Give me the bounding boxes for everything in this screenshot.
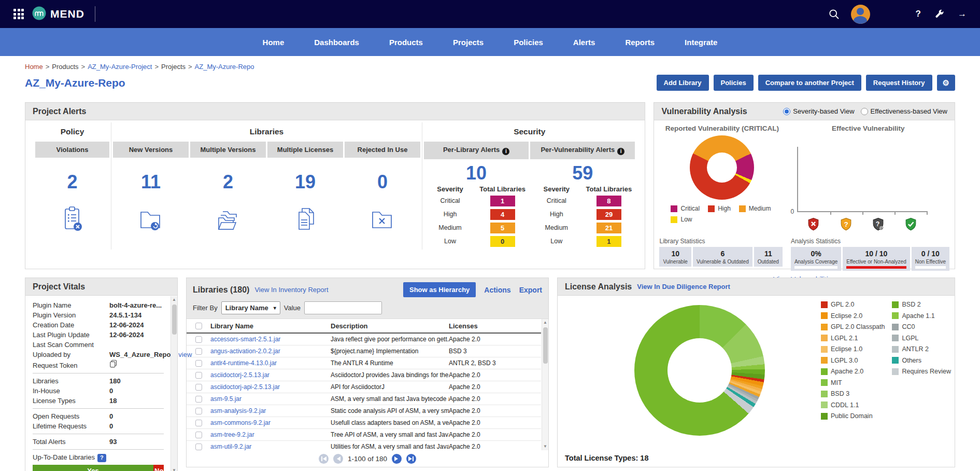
select-all-checkbox[interactable]: [195, 323, 202, 329]
nav-item[interactable]: Dashboards: [314, 38, 359, 47]
library-name-link[interactable]: antlr4-runtime-4.13.0.jar: [210, 359, 277, 367]
scroll-up-icon[interactable]: ▲: [543, 319, 547, 326]
per-vulnerability-alerts-card[interactable]: Per-Vulnerability Alertsi 59 Severity To…: [530, 142, 635, 250]
library-stat-box[interactable]: 11 Outdated: [754, 247, 783, 267]
nav-item[interactable]: Integrate: [685, 38, 717, 47]
severity-count-badge[interactable]: 0: [490, 236, 515, 247]
effectiveness-view-radio[interactable]: Effectiveness-based View: [861, 107, 947, 115]
legend-item[interactable]: Apache 1.1: [892, 312, 950, 320]
view-inventory-report-link[interactable]: View In Inventory Report: [254, 286, 328, 294]
help-badge-icon[interactable]: ?: [97, 454, 106, 462]
row-checkbox[interactable]: [195, 420, 202, 426]
new-versions-card[interactable]: New Versions 11: [113, 142, 189, 233]
info-icon[interactable]: i: [617, 148, 624, 155]
nav-item[interactable]: Policies: [514, 38, 543, 47]
logout-icon[interactable]: →: [958, 9, 967, 19]
library-name-link[interactable]: asm-analysis-9.2.jar: [210, 407, 266, 414]
info-icon[interactable]: i: [502, 148, 509, 155]
breadcrumb-home-link[interactable]: Home: [25, 63, 43, 71]
violations-card[interactable]: Violations 2: [35, 142, 109, 233]
add-library-button[interactable]: Add Library: [657, 75, 709, 91]
row-checkbox[interactable]: [195, 348, 202, 355]
legend-item[interactable]: CC0: [892, 323, 950, 330]
row-checkbox[interactable]: [195, 372, 202, 379]
shield-not-analyzed-icon[interactable]: ?: [871, 217, 885, 233]
next-page-button[interactable]: [392, 454, 402, 464]
nav-item[interactable]: Projects: [453, 38, 484, 47]
legend-item[interactable]: Public Domain: [821, 412, 885, 420]
legend-item[interactable]: GPL 2.0 Classpath: [821, 323, 885, 330]
multiple-licenses-card[interactable]: Multiple Licenses 19: [267, 142, 343, 233]
library-name-link[interactable]: asciidoctorj-2.5.13.jar: [210, 371, 269, 379]
scroll-down-icon[interactable]: ▼: [172, 467, 176, 471]
filter-value-input[interactable]: [304, 301, 382, 314]
policies-button[interactable]: Policies: [714, 75, 754, 91]
compare-project-button[interactable]: Compare to another Project: [758, 75, 861, 91]
severity-count-badge[interactable]: 5: [490, 223, 515, 233]
scrollbar-thumb[interactable]: [172, 304, 177, 335]
library-name-link[interactable]: accessors-smart-2.5.1.jar: [210, 336, 280, 343]
reported-vulnerability-donut[interactable]: [690, 135, 754, 200]
previous-page-button[interactable]: [333, 454, 343, 464]
severity-view-radio[interactable]: Severity-based View: [783, 107, 854, 115]
table-scrollbar[interactable]: ▲ ▼: [542, 319, 548, 450]
nav-item[interactable]: Products: [389, 38, 423, 47]
legend-item[interactable]: Others: [892, 357, 950, 364]
row-checkbox[interactable]: [195, 408, 202, 414]
view-due-diligence-report-link[interactable]: View In Due Diligence Report: [637, 283, 730, 290]
library-name-link[interactable]: asm-9.5.jar: [210, 395, 242, 403]
filter-field-select[interactable]: Library Name ▾: [221, 301, 280, 314]
library-stat-box[interactable]: 6 Vulnerable & Outdated: [693, 247, 752, 267]
library-stat-box[interactable]: 10 Vulnerable: [659, 247, 691, 267]
row-checkbox[interactable]: [195, 360, 202, 367]
wrench-icon[interactable]: [934, 9, 944, 19]
nav-item[interactable]: Home: [263, 38, 285, 47]
license-donut-chart[interactable]: [634, 305, 765, 436]
row-checkbox[interactable]: [195, 432, 202, 438]
multiple-versions-card[interactable]: Multiple Versions 2: [190, 142, 266, 233]
severity-count-badge[interactable]: 21: [596, 223, 621, 233]
analysis-stat-box[interactable]: 0 / 10 Non Effective: [912, 247, 949, 271]
severity-count-badge[interactable]: 1: [596, 236, 621, 247]
severity-count-badge[interactable]: 29: [596, 209, 621, 220]
legend-item[interactable]: LGPL 2.1: [821, 335, 885, 342]
legend-item[interactable]: BSD 2: [892, 301, 950, 308]
per-library-alerts-card[interactable]: Per-Library Alertsi 10 Severity Total Li…: [424, 142, 529, 250]
col-header-description[interactable]: Description: [331, 322, 449, 330]
show-as-hierarchy-button[interactable]: Show as Hierarchy: [403, 282, 476, 297]
legend-item[interactable]: LGPL: [892, 335, 950, 342]
legend-item[interactable]: GPL 2.0: [821, 301, 885, 308]
app-grid-icon[interactable]: [13, 9, 24, 19]
request-history-button[interactable]: Request History: [866, 75, 932, 91]
severity-count-badge[interactable]: 8: [596, 196, 621, 206]
legend-item[interactable]: BSD 3: [821, 390, 885, 397]
analysis-stat-box[interactable]: 10 / 10 Effective or Non-Analyzed: [843, 247, 910, 271]
nav-item[interactable]: Reports: [625, 38, 655, 47]
settings-gear-button[interactable]: ⚙: [937, 75, 955, 91]
legend-item[interactable]: Apache 2.0: [821, 368, 885, 375]
shield-vulnerable-icon[interactable]: [806, 217, 820, 233]
severity-count-badge[interactable]: 1: [490, 196, 515, 206]
analysis-stat-box[interactable]: 0% Analysis Coverage: [791, 247, 841, 271]
legend-item[interactable]: Eclipse 2.0: [821, 312, 885, 320]
row-checkbox[interactable]: [195, 336, 202, 343]
search-icon[interactable]: [829, 9, 840, 20]
library-name-link[interactable]: asm-util-9.2.jar: [210, 443, 251, 450]
shield-unknown-icon[interactable]: ?: [839, 217, 853, 233]
severity-count-badge[interactable]: 4: [490, 209, 515, 220]
breadcrumb-project-link[interactable]: AZ_My-Azure-Project: [88, 63, 152, 71]
rejected-in-use-card[interactable]: Rejected In Use 0: [345, 142, 420, 233]
export-link[interactable]: Export: [519, 286, 542, 294]
col-header-library-name[interactable]: Library Name: [210, 322, 331, 330]
help-icon[interactable]: ?: [916, 9, 921, 19]
scrollbar-thumb[interactable]: [543, 327, 548, 364]
nav-item[interactable]: Alerts: [573, 38, 595, 47]
legend-item[interactable]: ANTLR 2: [892, 345, 950, 353]
breadcrumb-repo-link[interactable]: AZ_My-Azure-Repo: [195, 63, 254, 71]
legend-item[interactable]: MIT: [821, 379, 885, 386]
legend-item[interactable]: LGPL 3.0: [821, 357, 885, 364]
row-checkbox[interactable]: [195, 444, 202, 450]
library-name-link[interactable]: asciidoctorj-api-2.5.13.jar: [210, 383, 280, 391]
user-avatar[interactable]: [851, 5, 870, 24]
row-checkbox[interactable]: [195, 396, 202, 403]
